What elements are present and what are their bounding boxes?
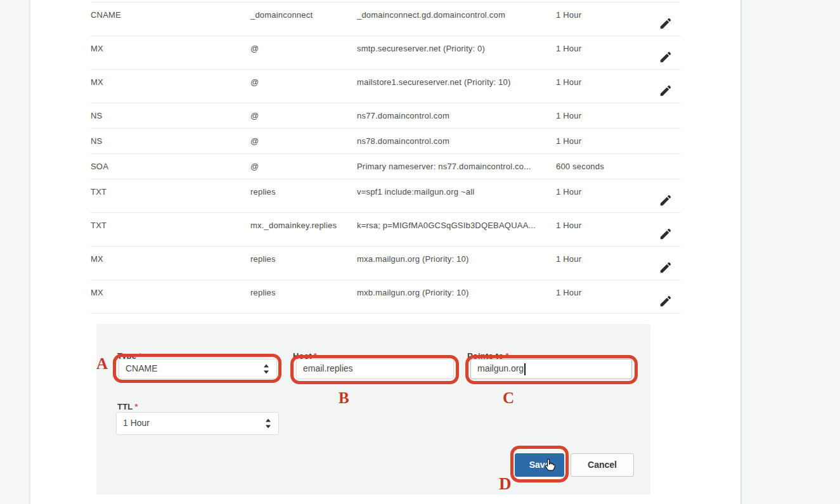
- table-row: MX @ mailstore1.secureserver.net (Priori…: [91, 70, 680, 103]
- record-name-cell: @: [250, 111, 357, 128]
- table-row: CNAME _domainconnect _domainconnect.gd.d…: [91, 3, 680, 36]
- record-value-cell: mxa.mailgun.org (Priority: 10): [357, 254, 556, 280]
- record-type-cell: MX: [91, 44, 250, 69]
- record-type-cell: SOA: [91, 162, 250, 179]
- record-type-cell: MX: [91, 77, 250, 103]
- cancel-button[interactable]: Cancel: [571, 453, 634, 477]
- record-ttl-cell: 1 Hour: [556, 111, 632, 128]
- record-ttl-cell: 1 Hour: [556, 10, 632, 36]
- annotation-ring-host: [290, 355, 459, 384]
- required-asterisk: *: [134, 402, 138, 411]
- annotation-ring-points: [465, 355, 638, 384]
- pencil-icon: [659, 300, 673, 310]
- edit-record-button[interactable]: [659, 84, 673, 98]
- record-type-cell: NS: [91, 111, 250, 128]
- annotation-letter-a: A: [96, 355, 108, 373]
- record-name-cell: @: [250, 77, 357, 103]
- ttl-select[interactable]: 1 Hour: [116, 412, 279, 435]
- pencil-icon: [659, 90, 673, 100]
- pencil-icon: [659, 23, 673, 32]
- ttl-label: TTL*: [117, 402, 138, 411]
- record-type-cell: NS: [91, 136, 250, 153]
- record-ttl-cell: 1 Hour: [556, 254, 632, 280]
- record-value-cell: v=spf1 include:mailgun.org ~all: [357, 187, 556, 212]
- annotation-ring-save: [510, 446, 569, 482]
- edit-record-button[interactable]: [659, 294, 673, 308]
- dns-records-table: CNAME _domainconnect _domainconnect.gd.d…: [91, 2, 680, 314]
- record-value-cell: k=rsa; p=MIGfMA0GCSqGSIb3DQEBAQUAA...: [357, 221, 556, 246]
- record-ttl-cell: 1 Hour: [556, 136, 632, 153]
- table-row: MX replies mxa.mailgun.org (Priority: 10…: [91, 247, 680, 280]
- record-name-cell: @: [250, 44, 357, 69]
- table-row: TXT replies v=spf1 include:mailgun.org ~…: [91, 179, 680, 213]
- record-type-cell: CNAME: [91, 10, 250, 36]
- record-ttl-cell: 1 Hour: [556, 77, 632, 103]
- record-name-cell: @: [250, 136, 357, 153]
- record-name-cell: mx._domainkey.replies: [250, 221, 357, 246]
- record-name-cell: replies: [250, 254, 357, 280]
- edit-record-button[interactable]: [659, 193, 673, 207]
- edit-record-button[interactable]: [659, 227, 673, 241]
- dns-management-page: CNAME _domainconnect _domainconnect.gd.d…: [29, 0, 742, 504]
- edit-record-button[interactable]: [659, 16, 673, 30]
- annotation-letter-d: D: [499, 474, 512, 494]
- record-type-cell: MX: [91, 254, 250, 280]
- pencil-icon: [659, 56, 673, 66]
- record-value-cell: mailstore1.secureserver.net (Priority: 1…: [357, 77, 556, 103]
- edit-record-button[interactable]: [659, 50, 673, 64]
- record-type-cell: MX: [91, 288, 250, 313]
- ttl-select-value: 1 Hour: [123, 418, 150, 428]
- record-ttl-cell: 1 Hour: [556, 187, 632, 212]
- record-name-cell: replies: [250, 187, 357, 212]
- record-value-cell: mxb.mailgun.org (Priority: 10): [357, 288, 556, 313]
- record-value-cell: smtp.secureserver.net (Priority: 0): [357, 44, 556, 69]
- pencil-icon: [659, 267, 673, 276]
- record-ttl-cell: 1 Hour: [556, 221, 632, 246]
- record-name-cell: @: [250, 162, 357, 179]
- annotation-letter-c: C: [503, 389, 514, 407]
- record-value-cell: ns78.domaincontrol.com: [357, 136, 556, 153]
- pencil-icon: [659, 233, 673, 243]
- edit-record-button[interactable]: [659, 261, 673, 275]
- table-row: MX @ smtp.secureserver.net (Priority: 0)…: [91, 36, 680, 70]
- table-row: SOA @ Primary nameserver: ns77.domaincon…: [91, 154, 680, 179]
- up-down-arrows-icon: [265, 419, 271, 429]
- annotation-letter-b: B: [339, 389, 349, 407]
- pencil-icon: [659, 200, 673, 209]
- table-row: NS @ ns78.domaincontrol.com 1 Hour: [91, 129, 680, 154]
- record-name-cell: replies: [250, 288, 357, 313]
- annotation-ring-type: [113, 354, 281, 383]
- hand-cursor-icon: [541, 458, 558, 477]
- record-name-cell: _domainconnect: [250, 10, 357, 36]
- record-value-cell: _domainconnect.gd.domaincontrol.com: [357, 10, 556, 36]
- record-type-cell: TXT: [91, 221, 250, 246]
- record-type-cell: TXT: [91, 187, 250, 212]
- table-row: MX replies mxb.mailgun.org (Priority: 10…: [91, 280, 680, 314]
- record-ttl-cell: 600 seconds: [556, 162, 632, 179]
- table-row: NS @ ns77.domaincontrol.com 1 Hour: [91, 103, 680, 129]
- record-value-cell: Primary nameserver: ns77.domaincontrol.c…: [357, 162, 556, 179]
- record-ttl-cell: 1 Hour: [556, 44, 632, 69]
- record-value-cell: ns77.domaincontrol.com: [357, 111, 556, 128]
- table-row: TXT mx._domainkey.replies k=rsa; p=MIGfM…: [91, 213, 680, 247]
- record-ttl-cell: 1 Hour: [556, 288, 632, 313]
